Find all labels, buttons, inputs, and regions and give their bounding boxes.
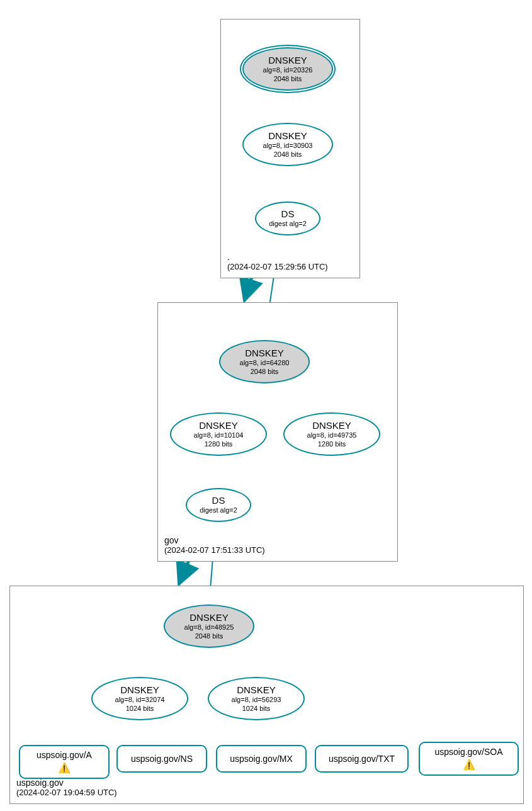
node-gov-ds: DS digest alg=2 [186,488,251,522]
rrset-soa: uspsoig.gov/SOA ⚠️ [419,742,519,776]
node-root-zsk: DNSKEY alg=8, id=30903 2048 bits [242,123,333,166]
zone-domain-timestamp: (2024-02-07 19:04:59 UTC) [16,788,117,797]
rrset-mx: uspsoig.gov/MX [216,745,307,773]
zone-root-timestamp: (2024-02-07 15:29:56 UTC) [227,262,328,271]
rrset-txt: uspsoig.gov/TXT [315,745,409,773]
rrset-ns: uspsoig.gov/NS [116,745,207,773]
warning-icon: ⚠️ [463,759,475,771]
node-root-ksk: DNSKEY alg=8, id=20326 2048 bits [242,47,333,91]
svg-line-8 [179,560,189,584]
node-dom-zsk1: DNSKEY alg=8, id=32074 1024 bits [91,677,188,720]
node-dom-zsk2: DNSKEY alg=8, id=56293 1024 bits [208,677,305,720]
node-gov-zsk2: DNSKEY alg=8, id=49735 1280 bits [283,412,380,456]
warning-icon: ⚠️ [58,762,71,774]
node-root-ds: DS digest alg=2 [255,201,320,235]
node-gov-ksk: DNSKEY alg=8, id=64280 2048 bits [219,340,310,383]
node-gov-zsk1: DNSKEY alg=8, id=10104 1280 bits [170,412,267,456]
svg-line-3 [244,277,252,301]
rrset-a: uspsoig.gov/A ⚠️ [19,745,110,779]
zone-root-name: . [227,252,328,262]
zone-gov-timestamp: (2024-02-07 17:51:33 UTC) [164,545,265,555]
zone-domain-name: uspsoig.gov [16,778,117,788]
node-dom-ksk: DNSKEY alg=8, id=48925 2048 bits [164,604,254,648]
zone-gov-name: gov [164,535,265,545]
